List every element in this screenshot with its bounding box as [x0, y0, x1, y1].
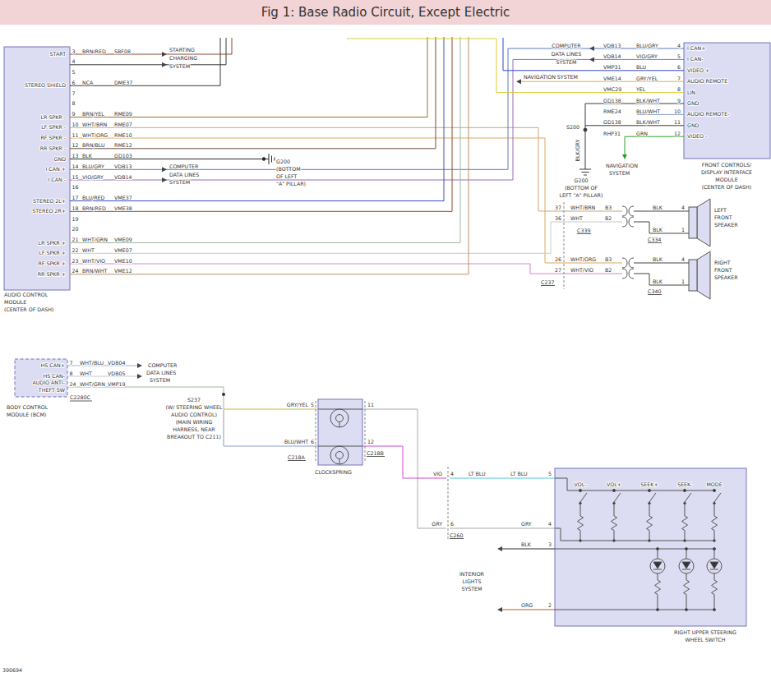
system-label: SYSTEM	[556, 59, 576, 65]
contact-dot	[649, 502, 651, 504]
pin-number: 5	[548, 471, 552, 477]
wire-color-label: BLK	[521, 541, 532, 547]
splice-label: HARNESS, NEAR	[173, 426, 215, 432]
fcdim-circuit-id: GD138	[603, 119, 621, 125]
ground-label: OF LEFT	[276, 173, 298, 179]
acm-pin-number: 6	[72, 80, 76, 85]
acm-pin-number: 4	[72, 58, 76, 64]
contact-dot	[657, 609, 659, 611]
acm-pin-number: 13	[72, 153, 79, 159]
splice-s200-dot	[584, 128, 587, 131]
fcdim-circuit-id: VDB13	[603, 43, 621, 48]
ground-label: (BOTTOM	[276, 166, 301, 172]
system-label: DATA LINES	[146, 370, 176, 375]
acm-pin-function: STEREO SHIELD	[25, 82, 66, 88]
clockspring-name: CLOCKSPRING	[315, 469, 352, 475]
speaker-name: SPEAKER	[714, 222, 738, 228]
fcdim-pin-function: VIDEO +	[687, 67, 709, 73]
acm-circuit-id: RME12	[114, 142, 132, 148]
pin-number: 3	[548, 541, 552, 547]
acm-pin-number: 19	[72, 216, 79, 222]
contact-dot	[648, 489, 650, 491]
fcdim-name: MODULE	[715, 177, 737, 182]
connector-half-icon	[622, 269, 627, 279]
fcdim-circuit-id: GD138	[603, 98, 621, 104]
bcm-pin-number: 8	[70, 371, 73, 376]
ground-label: LEFT "A" PILLAR)	[560, 192, 603, 198]
splice-label: S200	[566, 124, 579, 130]
contact-dot	[713, 609, 716, 611]
acm-wire-color: WHT/GRN	[82, 237, 108, 242]
acm-wire-color: NCA	[82, 80, 94, 85]
fcdim-wire-color: BLU/GRY	[636, 43, 658, 48]
acm-pin-number: 9	[72, 111, 76, 117]
contact-dot	[713, 548, 716, 550]
button-label: SEEK-	[677, 481, 692, 487]
pin-number: 6	[450, 521, 454, 527]
acm-pin-function: LR SPKR +	[39, 240, 66, 246]
fcdim-pin-function: AUDIO REMOTE	[687, 78, 727, 84]
connector-label: C218A	[288, 454, 305, 460]
splice-label: (W/ STEERING WHEEL	[166, 404, 223, 410]
contact-dot	[612, 489, 615, 491]
acm-pin-function: LF SPKR -	[41, 124, 66, 130]
wire-wht-lf-spkr-pos	[70, 222, 622, 253]
contact-dot	[684, 540, 686, 542]
splice-label: (MAIN WIRING	[176, 419, 213, 425]
connector-half-icon	[629, 269, 634, 279]
fcdim-pin-number: 7	[677, 76, 681, 81]
splice-label: BREAKOUT TO C211)	[167, 434, 221, 440]
bcm-pin-number: 7	[70, 360, 73, 366]
acm-pin-number: 23	[72, 258, 79, 264]
bcm-circuit-id: VDB04	[108, 360, 126, 366]
fcdim-pin-number: 11	[674, 119, 681, 125]
speaker-name: SPEAKER	[714, 274, 738, 280]
system-label: SYSTEM	[169, 63, 190, 69]
acm-wire-color: WHT	[82, 247, 95, 253]
connector-half-icon	[629, 206, 634, 216]
contact-dot	[657, 548, 659, 550]
ground-g200-left-icon	[262, 154, 275, 164]
connector-label: C334	[648, 237, 661, 242]
speaker-wire-color: WHT	[570, 215, 583, 221]
connector-label: C260	[450, 532, 463, 538]
bcm-pin-function: AUDIO ANTI-	[32, 380, 65, 385]
acm-pin-function: GND	[54, 156, 67, 162]
acm-name: AUDIO CONTROL	[4, 292, 48, 297]
fcdim-circuit-id: RHP31	[603, 131, 621, 136]
pin-number: 12	[367, 439, 374, 444]
acm-pin-number: 14	[72, 163, 79, 169]
acm-wire-color: WHT/BRN	[82, 122, 108, 127]
speaker-magnet-icon	[689, 260, 697, 291]
wire-wht-grn-lr-spkr-pos	[70, 37, 460, 243]
ground-label: G200	[575, 177, 589, 183]
wire-yel-lin	[347, 39, 684, 93]
speaker-harness-pin: 26	[555, 256, 561, 262]
fcdim-circuit-id: VDB14	[603, 53, 621, 59]
fcdim-wire-color: GRN	[636, 131, 648, 136]
splice-s237-dot	[222, 393, 225, 396]
wire-gry-to-c260	[362, 409, 446, 528]
acm-wire-color: WHT/VIO	[82, 258, 105, 264]
fcdim-circuit-id: VMC29	[603, 86, 621, 92]
fcdim-name: DISPLAY INTERFACE	[701, 169, 752, 175]
system-label: STARTING	[169, 47, 195, 53]
acm-circuit-id: VME09	[114, 237, 132, 242]
speaker-wire-color: WHT/BRN	[570, 205, 596, 210]
arrow-left-icon	[497, 546, 502, 551]
fcdim-pin-function: VIDEO -	[687, 133, 707, 139]
system-label: COMPUTER	[169, 163, 199, 169]
acm-circuit-id: VME10	[114, 258, 132, 264]
acm-wire-color: BLK	[82, 153, 93, 159]
connector-half-icon	[622, 258, 627, 268]
connector-half-icon	[622, 206, 627, 216]
acm-pin-function: RR SPKR -	[40, 145, 66, 151]
fcdim-pin-number: 6	[677, 64, 681, 70]
acm-wire-color: VIO/GRY	[82, 174, 104, 180]
connector-half-icon	[622, 217, 627, 227]
fcdim-pin-number: 8	[677, 86, 681, 92]
acm-pin-function: START	[50, 51, 67, 57]
contact-dot	[579, 540, 582, 542]
fcdim-pin-number: 9	[677, 98, 681, 104]
wire-color-label: GRY	[521, 521, 532, 527]
